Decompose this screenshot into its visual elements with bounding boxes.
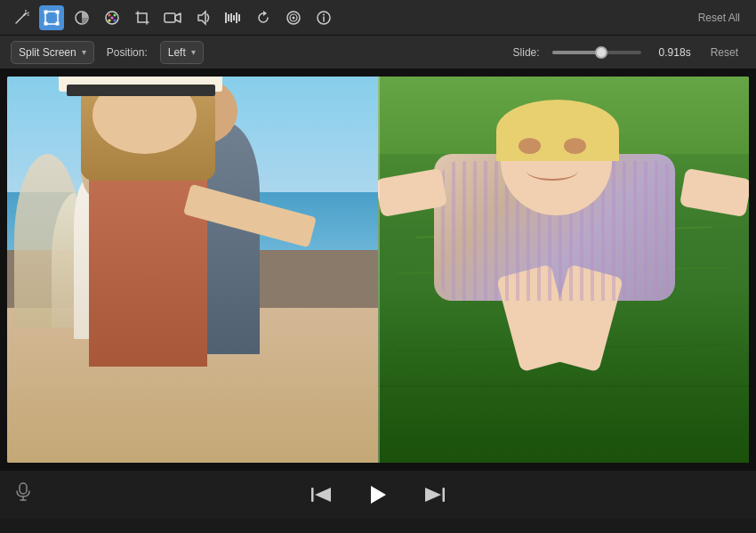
slide-value: 0.918s [659, 46, 691, 59]
reset-all-button[interactable]: Reset All [691, 8, 747, 28]
overlay-icon[interactable] [281, 5, 306, 30]
svg-rect-7 [56, 10, 60, 13]
woman-hat-band [67, 85, 215, 96]
child-eye-left [519, 138, 541, 153]
svg-marker-36 [371, 486, 386, 504]
bottom-bar [0, 470, 756, 519]
svg-rect-21 [230, 13, 232, 22]
split-divider [378, 77, 380, 463]
preview-container [7, 77, 749, 463]
svg-rect-31 [20, 483, 27, 494]
svg-marker-38 [425, 488, 441, 502]
svg-marker-18 [198, 12, 205, 24]
svg-line-1 [24, 13, 26, 15]
camera-icon[interactable] [160, 5, 185, 30]
rewind-button[interactable] [306, 480, 336, 510]
audio-icon[interactable] [190, 5, 215, 30]
svg-point-12 [109, 13, 111, 16]
svg-rect-34 [311, 488, 314, 502]
position-label: Position: [107, 46, 148, 59]
child-eye-right [564, 138, 586, 153]
position-dropdown[interactable]: Left ▾ [160, 41, 204, 64]
info-icon[interactable] [311, 5, 336, 30]
svg-line-4 [28, 12, 28, 13]
svg-point-13 [114, 13, 117, 16]
effect-dropdown[interactable]: Split Screen ▾ [11, 41, 94, 64]
svg-point-15 [109, 19, 111, 21]
svg-point-27 [293, 16, 295, 19]
svg-rect-6 [44, 10, 48, 13]
chevron-down-icon-2: ▾ [191, 47, 196, 57]
svg-point-14 [114, 19, 117, 21]
svg-rect-9 [56, 21, 60, 25]
left-panel [7, 77, 378, 463]
magic-wand-icon[interactable] [9, 5, 34, 30]
svg-point-30 [323, 13, 325, 15]
slide-label: Slide: [513, 46, 540, 59]
play-button[interactable] [363, 480, 393, 510]
effect-dropdown-value: Split Screen [19, 46, 76, 59]
microphone-button[interactable] [16, 482, 30, 506]
slider-thumb [595, 46, 607, 59]
toolbar: Reset All [0, 0, 756, 36]
svg-rect-8 [44, 21, 48, 25]
rotation-icon[interactable] [251, 5, 276, 30]
controls-bar: Split Screen ▾ Position: Left ▾ Slide: 0… [0, 36, 756, 69]
preview-area [0, 69, 756, 470]
forward-button[interactable] [420, 480, 450, 510]
svg-rect-37 [443, 488, 446, 502]
right-panel [378, 77, 749, 463]
svg-rect-24 [238, 14, 240, 21]
svg-rect-17 [165, 13, 175, 22]
svg-point-16 [111, 16, 114, 19]
reset-button[interactable]: Reset [704, 43, 745, 62]
position-dropdown-value: Left [168, 46, 186, 59]
child-hair [496, 100, 619, 161]
slide-slider[interactable] [552, 51, 641, 54]
svg-line-0 [16, 15, 24, 23]
chevron-down-icon: ▾ [82, 47, 86, 57]
svg-rect-19 [225, 12, 227, 23]
svg-rect-22 [233, 15, 235, 20]
transform-icon[interactable] [39, 5, 64, 30]
svg-rect-23 [236, 12, 237, 23]
svg-marker-35 [315, 488, 331, 502]
svg-rect-20 [228, 14, 229, 21]
crop-icon[interactable] [130, 5, 155, 30]
palette-icon[interactable] [100, 5, 125, 30]
slider-fill [552, 51, 601, 54]
speed-icon[interactable] [221, 5, 245, 30]
color-wheel-icon[interactable] [69, 5, 94, 30]
